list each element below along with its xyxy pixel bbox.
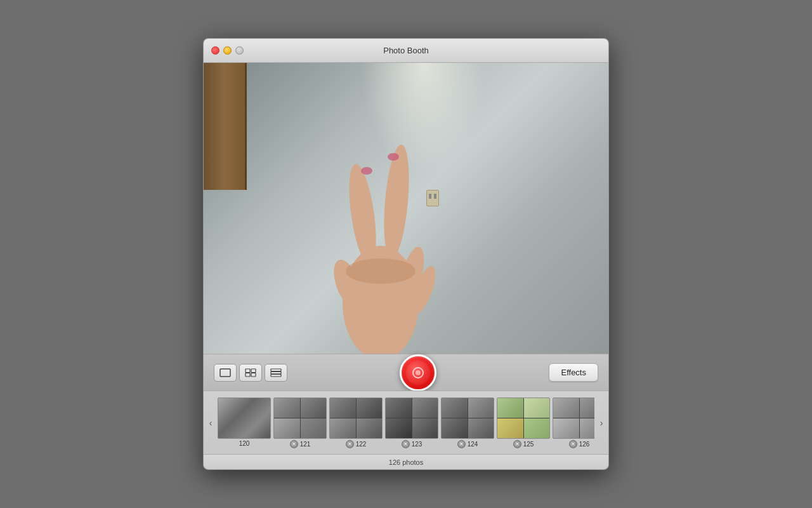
titlebar: Photo Booth [204, 39, 608, 63]
film-label: ✕ 122 [346, 440, 367, 448]
view-buttons [214, 364, 287, 382]
capture-button-inner [406, 361, 430, 385]
film-thumbnail[interactable] [385, 398, 438, 439]
svg-rect-14 [271, 369, 281, 371]
photo-booth-window: Photo Booth [203, 38, 609, 470]
film-number: 123 [412, 441, 422, 448]
svg-rect-15 [271, 371, 281, 374]
film-thumbnail[interactable] [273, 398, 327, 439]
window-controls [211, 46, 244, 55]
svg-rect-11 [251, 369, 256, 373]
minimize-button[interactable] [223, 46, 232, 55]
list-item: ✕ 125 [497, 398, 550, 448]
camera-view [204, 63, 608, 354]
list-item: 120 [218, 398, 271, 448]
effects-button[interactable]: Effects [549, 363, 598, 382]
camera-feed [204, 63, 608, 354]
capture-button[interactable] [400, 354, 436, 391]
maximize-button[interactable] [235, 46, 244, 55]
film-thumbnail[interactable] [497, 398, 550, 439]
svg-point-18 [416, 370, 421, 375]
delete-button[interactable]: ✕ [569, 440, 577, 448]
svg-point-8 [388, 153, 399, 161]
film-label: ✕ 126 [569, 440, 590, 448]
filmstrip-items: 120 ✕ 121 [218, 398, 594, 448]
film-thumbnail[interactable] [553, 398, 594, 439]
film-thumbnail[interactable] [218, 398, 271, 439]
delete-button[interactable]: ✕ [513, 440, 521, 448]
single-view-button[interactable] [214, 364, 237, 382]
delete-button[interactable]: ✕ [457, 440, 466, 448]
scroll-left-arrow[interactable]: ‹ [204, 395, 218, 450]
svg-point-6 [346, 258, 416, 284]
filmstrip: ‹ 120 ✕ [204, 391, 608, 454]
svg-rect-16 [271, 374, 281, 377]
svg-rect-9 [220, 369, 230, 377]
film-number: 125 [523, 441, 534, 448]
film-label: ✕ 121 [290, 440, 311, 448]
strip-view-button[interactable] [265, 364, 287, 382]
film-number: 122 [356, 441, 367, 448]
film-label: ✕ 124 [457, 440, 478, 448]
photo-count: 126 photos [389, 458, 423, 466]
svg-point-7 [361, 167, 372, 175]
status-bar: 126 photos [204, 454, 608, 469]
toolbar: Effects [204, 354, 608, 391]
film-number: 126 [579, 441, 590, 448]
list-item: ✕ 121 [273, 398, 327, 448]
film-number: 120 [239, 440, 250, 447]
close-button[interactable] [211, 46, 219, 55]
delete-button[interactable]: ✕ [346, 440, 354, 448]
delete-button[interactable]: ✕ [402, 440, 410, 448]
delete-button[interactable]: ✕ [290, 440, 298, 448]
svg-rect-10 [246, 369, 250, 373]
hand-image [317, 100, 444, 354]
grid-view-button[interactable] [239, 364, 262, 382]
film-thumbnail[interactable] [329, 398, 383, 439]
film-thumbnail[interactable] [441, 398, 494, 439]
film-number: 121 [300, 441, 311, 448]
list-item: ✕ 122 [329, 398, 383, 448]
window-title: Photo Booth [383, 46, 429, 55]
film-label: ✕ 123 [402, 440, 422, 448]
scroll-right-arrow[interactable]: › [594, 395, 608, 450]
film-number: 124 [468, 441, 478, 448]
list-item: ✕ 124 [441, 398, 494, 448]
film-label: ✕ 125 [513, 440, 534, 448]
svg-rect-12 [246, 373, 250, 377]
list-item: ✕ 126 [553, 398, 594, 448]
list-item: ✕ 123 [385, 398, 438, 448]
camera-icon [411, 366, 425, 380]
svg-rect-13 [251, 373, 256, 377]
svg-point-3 [380, 144, 413, 259]
film-label: 120 [239, 440, 250, 447]
